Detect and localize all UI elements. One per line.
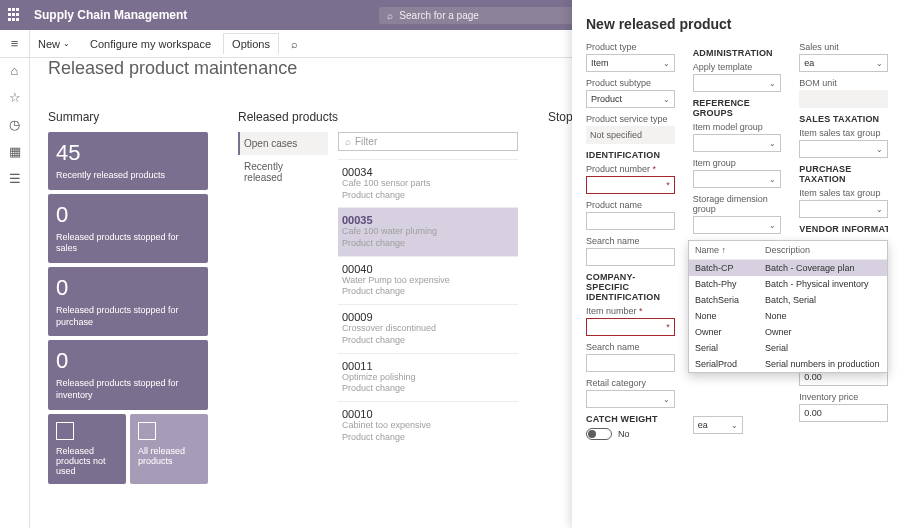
item-number-input[interactable]: * xyxy=(586,318,675,336)
star-icon[interactable]: ☆ xyxy=(9,90,21,105)
dropdown-option[interactable]: Batch-CPBatch - Coverage plan xyxy=(689,260,887,276)
new-released-product-panel: New released product Product typeItem⌄ P… xyxy=(572,0,902,528)
tab-open-cases[interactable]: Open cases xyxy=(238,132,328,155)
toolbar-search-icon[interactable]: ⌕ xyxy=(283,34,306,54)
bom-unit-field xyxy=(799,90,888,108)
product-type-select[interactable]: Item⌄ xyxy=(586,54,675,72)
item-model-group-select[interactable]: ⌄ xyxy=(693,134,782,152)
list-item[interactable]: 00011Optimize polishingProduct change xyxy=(338,353,518,401)
list-item[interactable]: 00040Water Pump too expensiveProduct cha… xyxy=(338,256,518,304)
menu-icon[interactable]: ≡ xyxy=(11,36,19,51)
tile-stopped-inventory[interactable]: 0 Released products stopped for inventor… xyxy=(48,340,208,409)
inventory-price-input[interactable]: 0.00 xyxy=(799,404,888,422)
chevron-down-icon: ⌄ xyxy=(663,59,670,68)
chevron-down-icon: ⌄ xyxy=(769,139,776,148)
configure-workspace-button[interactable]: Configure my workspace xyxy=(82,34,219,54)
tracking-dim-dropdown: Name ↑ Description Batch-CPBatch - Cover… xyxy=(688,240,888,373)
service-type-field: Not specified xyxy=(586,126,675,144)
dropdown-option[interactable]: Batch-PhyBatch - Physical inventory xyxy=(689,276,887,292)
chevron-down-icon: ⌄ xyxy=(876,205,883,214)
search-name-2-input[interactable] xyxy=(586,354,675,372)
sales-tax-select[interactable]: ⌄ xyxy=(799,140,888,158)
list-icon[interactable]: ☰ xyxy=(9,171,21,186)
app-title: Supply Chain Management xyxy=(34,8,187,22)
recent-icon[interactable]: ◷ xyxy=(9,117,20,132)
sort-arrow-icon[interactable]: ↑ xyxy=(722,245,727,255)
dropdown-option[interactable]: NoneNone xyxy=(689,308,887,324)
summary-heading: Summary xyxy=(48,110,208,124)
dropdown-option[interactable]: OwnerOwner xyxy=(689,324,887,340)
chevron-down-icon: ⌄ xyxy=(876,59,883,68)
options-button[interactable]: Options xyxy=(223,33,279,54)
panel-title: New released product xyxy=(586,16,888,32)
ea-select[interactable]: ea⌄ xyxy=(693,416,743,434)
tile-stopped-sales[interactable]: 0 Released products stopped for sales xyxy=(48,194,208,263)
chevron-down-icon: ⌄ xyxy=(63,39,70,48)
list-item[interactable]: 00035Cafe 100 water plumingProduct chang… xyxy=(338,207,518,255)
dropdown-header: Name ↑ Description xyxy=(689,241,887,260)
cube-icon xyxy=(138,422,156,440)
new-button[interactable]: New⌄ xyxy=(30,34,78,54)
chevron-down-icon: ⌄ xyxy=(769,79,776,88)
left-rail: ≡ ⌂ ☆ ◷ ▦ ☰ xyxy=(0,30,30,528)
chevron-down-icon: ⌄ xyxy=(876,145,883,154)
item-group-select[interactable]: ⌄ xyxy=(693,170,782,188)
search-name-input[interactable] xyxy=(586,248,675,266)
released-products-column: Released products Open cases Recently re… xyxy=(238,110,518,516)
product-number-input[interactable]: * xyxy=(586,176,675,194)
tile-all-released[interactable]: All released products xyxy=(130,414,208,484)
apply-template-select[interactable]: ⌄ xyxy=(693,74,782,92)
search-input[interactable]: ⌕ Search for a page xyxy=(379,7,579,24)
list-item[interactable]: 00010Cabinet too expensiveProduct change xyxy=(338,401,518,449)
chevron-down-icon: ⌄ xyxy=(769,175,776,184)
module-icon[interactable]: ▦ xyxy=(9,144,21,159)
chevron-down-icon: ⌄ xyxy=(663,95,670,104)
released-heading: Released products xyxy=(238,110,518,124)
page-title: Released product maintenance xyxy=(48,58,297,79)
tile-stopped-purchase[interactable]: 0 Released products stopped for purchase xyxy=(48,267,208,336)
retail-category-select[interactable]: ⌄ xyxy=(586,390,675,408)
panel-col-left: Product typeItem⌄ Product subtypeProduct… xyxy=(586,42,675,440)
filter-icon: ⌕ xyxy=(345,136,351,147)
product-name-input[interactable] xyxy=(586,212,675,230)
chevron-down-icon: ⌄ xyxy=(731,421,738,430)
cube-icon xyxy=(56,422,74,440)
tab-recently-released[interactable]: Recently released xyxy=(238,155,328,189)
dropdown-option[interactable]: BatchSeriaBatch, Serial xyxy=(689,292,887,308)
product-subtype-select[interactable]: Product⌄ xyxy=(586,90,675,108)
dropdown-option[interactable]: SerialProdSerial numbers in production xyxy=(689,356,887,372)
search-icon: ⌕ xyxy=(387,10,393,21)
app-launcher-icon[interactable] xyxy=(8,8,22,22)
tile-not-used[interactable]: Released products not used xyxy=(48,414,126,484)
tile-recently-released[interactable]: 45 Recently released products xyxy=(48,132,208,190)
chevron-down-icon: ⌄ xyxy=(663,395,670,404)
list-item[interactable]: 00034Cafe 100 sensor partsProduct change xyxy=(338,159,518,207)
summary-column: Summary 45 Recently released products 0 … xyxy=(48,110,208,516)
storage-dim-select[interactable]: ⌄ xyxy=(693,216,782,234)
list-item[interactable]: 00009Crossover discontinuedProduct chang… xyxy=(338,304,518,352)
chevron-down-icon: ⌄ xyxy=(769,221,776,230)
dropdown-option[interactable]: SerialSerial xyxy=(689,340,887,356)
home-icon[interactable]: ⌂ xyxy=(11,63,19,78)
sales-unit-select[interactable]: ea⌄ xyxy=(799,54,888,72)
filter-input[interactable]: ⌕Filter xyxy=(338,132,518,151)
released-tabs: Open cases Recently released xyxy=(238,132,328,449)
catch-weight-toggle[interactable]: No xyxy=(586,428,675,440)
purchase-tax-select[interactable]: ⌄ xyxy=(799,200,888,218)
released-list: ⌕Filter 00034Cafe 100 sensor partsProduc… xyxy=(338,132,518,449)
